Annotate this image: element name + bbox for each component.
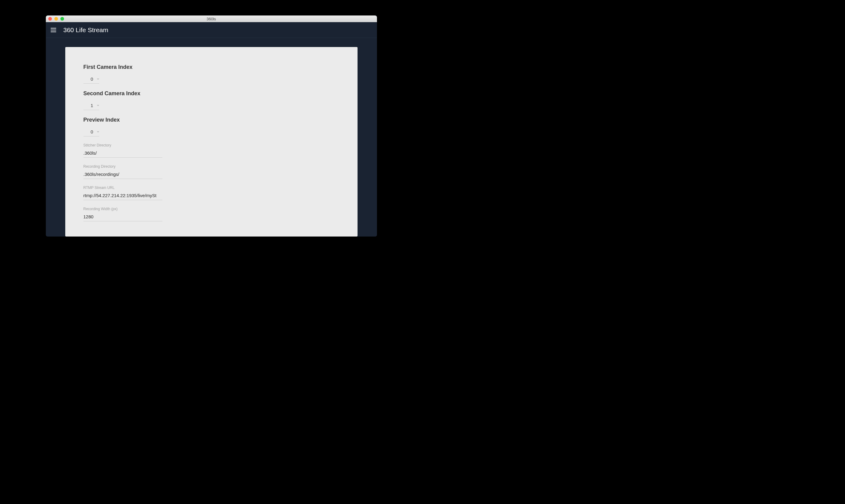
second-camera-value: 1 [91,103,93,108]
recording-dir-field: Recording Directory [84,164,162,179]
second-camera-label: Second Camera Index [84,90,339,97]
preview-index-label: Preview Index [84,117,339,123]
titlebar: 360ls [46,16,377,22]
first-camera-value: 0 [91,76,93,82]
chevron-down-icon [97,131,99,132]
preview-index-value: 0 [91,129,93,134]
app-window: 360ls 360 Life Stream First Camera Index… [46,16,377,236]
recording-dir-input[interactable] [84,170,162,179]
chevron-down-icon [97,105,99,106]
stitcher-dir-field: Stitcher Directory [84,143,162,158]
app-header: 360 Life Stream [46,22,377,38]
settings-card: First Camera Index 0 Second Camera Index… [65,47,358,236]
recording-width-field: Recording Width (px) [84,207,162,221]
traffic-lights [48,17,64,21]
close-window-button[interactable] [48,17,52,21]
second-camera-dropdown[interactable]: 1 [84,103,99,110]
rtmp-url-input[interactable] [84,192,162,200]
recording-width-input[interactable] [84,213,162,221]
recording-dir-label: Recording Directory [84,164,162,168]
app-title: 360 Life Stream [64,26,108,34]
recording-width-label: Recording Width (px) [84,207,162,211]
minimize-window-button[interactable] [54,17,58,21]
stitcher-dir-input[interactable] [84,149,162,158]
stitcher-dir-label: Stitcher Directory [84,143,162,147]
content-area: First Camera Index 0 Second Camera Index… [46,38,377,236]
chevron-down-icon [97,78,99,80]
rtmp-url-field: RTMP Stream URL [84,185,162,200]
first-camera-label: First Camera Index [84,64,339,70]
first-camera-dropdown[interactable]: 0 [84,76,99,84]
menu-icon[interactable] [51,26,58,34]
maximize-window-button[interactable] [61,17,64,21]
window-title: 360ls [206,17,216,21]
preview-index-dropdown[interactable]: 0 [84,129,99,137]
rtmp-url-label: RTMP Stream URL [84,185,162,190]
